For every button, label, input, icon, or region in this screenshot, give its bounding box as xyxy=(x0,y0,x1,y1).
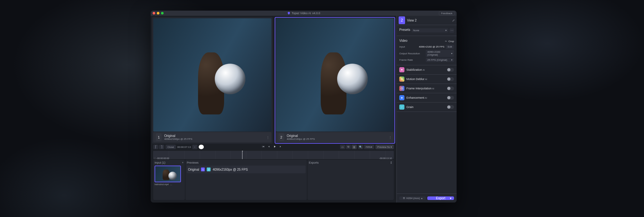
layout-single-icon[interactable]: ▭ xyxy=(340,145,345,149)
exports-upload-icon[interactable]: ↥ xyxy=(390,161,393,164)
timeline-start: -00:00:00:00 xyxy=(156,157,169,159)
motion-deblur-row: Motion DeblurAI xyxy=(397,75,457,84)
frame-interpolation-toggle[interactable] xyxy=(447,86,454,90)
preview-1-name: Original xyxy=(164,134,192,138)
preview-2-name: Original xyxy=(287,134,315,138)
layout-side-icon[interactable]: ▥ xyxy=(352,145,357,149)
preview-1[interactable]: 1 Original 4096x2160px @ 25 FPS ⋮ xyxy=(152,17,273,144)
frame-rate-dropdown[interactable]: 25 FPS (Original) xyxy=(426,58,454,62)
enhancement-row: EnhancementAI xyxy=(397,93,457,103)
app-title: Topaz Video AI v4.0.0 xyxy=(151,12,457,15)
add-input-button[interactable]: + xyxy=(182,161,184,164)
side-panel: 2 View 2 ⤢ Presets None ⋯ Video xyxy=(396,16,457,203)
enhancement-label: Enhancement xyxy=(406,96,424,99)
close-preview-button[interactable]: Close xyxy=(166,145,176,149)
svg-rect-1 xyxy=(401,88,403,89)
app-version: v4.0.0 xyxy=(312,12,320,15)
preview-chip-1: 1 xyxy=(201,167,205,171)
record-icon[interactable] xyxy=(199,145,204,149)
preview-row-name: Original xyxy=(188,168,199,171)
svg-point-0 xyxy=(401,69,402,70)
preview-2-canvas xyxy=(276,18,394,131)
exports-bin: Exports ↥ xyxy=(308,160,394,200)
preview-2-menu-icon[interactable]: ⋮ xyxy=(389,136,392,139)
zoom-out-icon[interactable]: − xyxy=(192,145,197,149)
grain-label: Grain xyxy=(406,105,413,109)
step-forward-button[interactable] xyxy=(279,145,282,149)
preview-2[interactable]: 2 Original 4096x2160px @ 25 FPS ⋮ xyxy=(275,17,395,144)
svg-point-3 xyxy=(402,107,402,107)
gear-icon: ⚙ xyxy=(403,197,405,200)
preview-1-number: 1 xyxy=(156,133,162,141)
input-clip-menu-icon[interactable]: … xyxy=(170,183,172,185)
app-window: Topaz Video AI v4.0.0 Feedback 1 Origina… xyxy=(151,11,457,203)
input-value: 4096×2160 @ 25 FPS xyxy=(419,45,445,48)
crop-label[interactable]: Crop xyxy=(449,40,454,43)
previews-bin: Previews Original 1 2 4096x2160px @ 25 F… xyxy=(185,160,307,200)
grain-row: Grain xyxy=(397,103,457,112)
shield-icon xyxy=(287,12,290,15)
player-bar: ⎡ ⎤ Close 00:00:07:13 − ▭ ⧉ ▥ xyxy=(152,144,395,150)
jump-start-button[interactable] xyxy=(261,145,265,149)
frame-interpolation-icon xyxy=(399,86,404,91)
step-back-button[interactable] xyxy=(267,145,270,149)
frame-interpolation-row: Frame InterpolationAI xyxy=(397,84,457,93)
video-section: Video ✂ Crop Input 4096×2160 @ 25 FPS Ed… xyxy=(397,36,457,65)
crop-icon[interactable]: ✂ xyxy=(445,40,447,43)
play-button[interactable] xyxy=(273,145,276,149)
export-bar: ⚙ H264 (mov) ▴ Export xyxy=(397,194,457,203)
view-tab-name: View 2 xyxy=(407,19,417,22)
preview-2-number: 2 xyxy=(279,133,284,141)
input-bin-title: Input (1) xyxy=(155,161,166,164)
expand-icon[interactable]: ⤢ xyxy=(452,19,455,22)
presets-title: Presets xyxy=(399,28,410,32)
motion-deblur-toggle[interactable] xyxy=(447,77,454,81)
preview-1-meta: 4096x2160px @ 25 FPS xyxy=(164,138,192,140)
export-button[interactable]: Export xyxy=(427,196,454,200)
zoom-search-icon[interactable]: 🔍 xyxy=(358,145,363,149)
preview-1-canvas xyxy=(153,18,271,131)
exports-bin-title: Exports xyxy=(309,161,319,164)
stabilization-toggle[interactable] xyxy=(447,68,454,72)
app-name: Topaz Video AI xyxy=(292,12,311,15)
chevron-up-icon: ▴ xyxy=(421,197,422,200)
previews-bin-title: Previews xyxy=(187,161,199,164)
video-title: Video xyxy=(399,39,407,42)
output-resolution-label: Output Resolution xyxy=(399,52,424,55)
preview-1-menu-icon[interactable]: ⋮ xyxy=(266,136,270,139)
stabilization-label: Stabilization xyxy=(406,68,422,71)
zoom-fit-button[interactable]: Fit %▾ xyxy=(364,145,374,149)
trim-out-button[interactable]: ⎤ xyxy=(159,145,164,149)
motion-deblur-icon xyxy=(399,77,404,82)
layout-split-icon[interactable]: ⧉ xyxy=(346,145,351,149)
presets-section: Presets None ⋯ xyxy=(397,25,457,36)
trim-in-button[interactable]: ⎡ xyxy=(153,145,158,149)
frame-interpolation-label: Frame Interpolation xyxy=(406,87,431,90)
enhancement-toggle[interactable] xyxy=(447,96,454,100)
output-resolution-dropdown[interactable]: 4096×2160 (Original) xyxy=(426,50,454,57)
svg-point-4 xyxy=(402,107,402,108)
input-clip-name: helmshot.mp4 xyxy=(155,183,169,185)
preview-row-meta: 4096x2160px @ 25 FPS xyxy=(213,168,248,171)
preview-row-item[interactable]: Original 1 2 4096x2160px @ 25 FPS xyxy=(187,166,306,173)
stabilization-icon xyxy=(399,67,404,72)
stabilization-row: StabilizationAI xyxy=(397,65,457,75)
frame-rate-label: Frame Rate xyxy=(399,59,424,61)
input-label: Input xyxy=(399,45,418,48)
title-bar: Topaz Video AI v4.0.0 Feedback xyxy=(151,11,457,16)
timecode: 00:00:07:13 xyxy=(177,146,191,149)
grain-icon xyxy=(399,104,404,110)
enhancement-icon xyxy=(399,95,404,100)
preview-2-meta: 4096x2160px @ 25 FPS xyxy=(287,138,315,140)
svg-point-2 xyxy=(401,106,402,107)
presets-dropdown[interactable]: None xyxy=(412,28,448,32)
edit-input-button[interactable]: Edit xyxy=(446,45,454,49)
timeline[interactable]: -00:00:00:00 -00:00:13:10 xyxy=(153,151,394,159)
grain-toggle[interactable] xyxy=(447,105,454,109)
input-thumbnail[interactable] xyxy=(155,166,181,182)
preview-5s-button[interactable]: Preview 5s ▾ xyxy=(375,145,394,149)
timeline-end: -00:00:13:10 xyxy=(379,157,392,159)
view-tab-number[interactable]: 2 xyxy=(399,16,405,24)
presets-more-icon[interactable]: ⋯ xyxy=(450,28,454,33)
encoder-dropdown[interactable]: ⚙ H264 (mov) ▴ xyxy=(399,196,426,200)
